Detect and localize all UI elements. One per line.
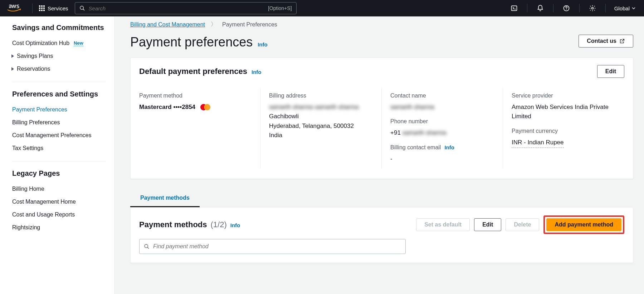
page-title: Payment preferences Info — [130, 35, 268, 50]
chevron-right-icon: 〉 — [211, 21, 216, 28]
billing-email-value: - — [390, 154, 496, 164]
mastercard-icon — [200, 104, 211, 111]
cloudshell-icon[interactable] — [508, 3, 521, 13]
chevron-down-icon — [632, 6, 635, 10]
sidebar: Savings and Commitments Cost Optimizatio… — [0, 16, 114, 294]
contact-name-label: Contact name — [390, 93, 496, 99]
sidebar-item-savings-plans[interactable]: Savings Plans — [12, 50, 106, 63]
breadcrumb-current: Payment Preferences — [222, 21, 277, 28]
help-icon[interactable] — [560, 3, 573, 13]
notifications-icon[interactable] — [534, 3, 547, 13]
global-search[interactable]: [Option+S] — [75, 2, 297, 14]
svg-point-4 — [566, 9, 567, 10]
payment-methods-title: Payment methods (1/2) Info — [139, 220, 240, 229]
sidebar-item-cost-optimization-hub[interactable]: Cost Optimization Hub New — [12, 37, 106, 50]
billing-address-value: samarth sharma samarth sharma Gachibowli… — [269, 103, 374, 140]
aws-logo[interactable] — [6, 3, 33, 13]
billing-email-label: Billing contact email — [390, 144, 441, 151]
edit-default-prefs-button[interactable]: Edit — [597, 65, 624, 78]
service-provider-label: Service provider — [512, 93, 617, 99]
svg-point-5 — [591, 8, 593, 9]
services-grid-icon — [39, 5, 45, 11]
breadcrumb-root[interactable]: Billing and Cost Management — [130, 21, 205, 28]
breadcrumb: Billing and Cost Management 〉 Payment Pr… — [130, 21, 633, 28]
payment-methods-info-link[interactable]: Info — [230, 222, 240, 228]
phone-number-label: Phone number — [390, 118, 496, 125]
main-content: Billing and Cost Management 〉 Payment Pr… — [114, 16, 644, 294]
payment-currency-value: INR - Indian Rupee — [512, 138, 617, 148]
contact-us-button[interactable]: Contact us — [579, 35, 633, 48]
default-prefs-title: Default payment preferences Info — [139, 67, 262, 76]
sidebar-section-savings: Savings and Commitments — [12, 24, 106, 32]
sidebar-item-billing-home[interactable]: Billing Home — [12, 183, 106, 195]
add-pm-highlight: Add payment method — [543, 215, 624, 234]
services-label: Services — [48, 5, 68, 11]
payment-currency-label: Payment currency — [512, 128, 617, 134]
svg-point-0 — [80, 6, 83, 9]
payment-method-search[interactable] — [139, 239, 406, 254]
billing-email-info-link[interactable]: Info — [444, 144, 454, 150]
phone-number-value: +91 samarth sharma — [390, 128, 496, 138]
search-icon — [79, 5, 85, 11]
region-label: Global — [614, 5, 630, 11]
sidebar-item-reservations[interactable]: Reservations — [12, 63, 106, 75]
svg-line-1 — [83, 9, 84, 10]
set-default-button[interactable]: Set as default — [416, 218, 470, 231]
sidebar-item-cost-mgmt-preferences[interactable]: Cost Management Preferences — [12, 129, 106, 142]
payment-method-label: Payment method — [139, 93, 253, 99]
services-menu[interactable]: Services — [39, 5, 68, 11]
external-link-icon — [619, 38, 625, 44]
payment-method-value: Mastercard ••••2854 — [139, 103, 253, 112]
payment-method-search-input[interactable] — [153, 243, 401, 250]
search-icon — [144, 244, 150, 249]
svg-line-7 — [147, 247, 149, 249]
billing-address-label: Billing address — [269, 93, 374, 99]
default-prefs-info-link[interactable]: Info — [252, 69, 262, 75]
service-provider-value: Amazon Web Services India Private Limite… — [512, 103, 617, 121]
contact-name-value: samarth sharma — [390, 103, 496, 112]
svg-point-6 — [145, 244, 148, 248]
sidebar-item-cost-mgmt-home[interactable]: Cost Management Home — [12, 195, 106, 208]
tab-payment-methods[interactable]: Payment methods — [130, 190, 200, 207]
page-info-link[interactable]: Info — [258, 41, 268, 48]
global-search-input[interactable] — [89, 5, 264, 11]
sidebar-item-cost-usage-reports[interactable]: Cost and Usage Reports — [12, 208, 106, 221]
tabs: Payment methods — [130, 190, 633, 207]
region-selector[interactable]: Global — [612, 5, 638, 11]
settings-icon[interactable] — [586, 3, 599, 13]
payment-methods-panel: Payment methods (1/2) Info Set as defaul… — [130, 207, 633, 263]
default-prefs-panel: Default payment preferences Info Edit Pa… — [130, 58, 633, 179]
top-nav: Services [Option+S] Global — [0, 0, 644, 16]
sidebar-item-rightsizing[interactable]: Rightsizing — [12, 221, 106, 234]
edit-pm-button[interactable]: Edit — [474, 218, 501, 231]
sidebar-item-billing-preferences[interactable]: Billing Preferences — [12, 116, 106, 129]
add-payment-method-button[interactable]: Add payment method — [546, 218, 621, 231]
sidebar-section-legacy: Legacy Pages — [12, 169, 106, 178]
sidebar-section-prefs: Preferences and Settings — [12, 90, 106, 98]
payment-methods-count: (1/2) — [211, 220, 227, 229]
search-shortcut-hint: [Option+S] — [268, 5, 292, 11]
new-badge: New — [74, 40, 83, 46]
sidebar-item-payment-preferences[interactable]: Payment Preferences — [12, 103, 106, 116]
sidebar-item-tax-settings[interactable]: Tax Settings — [12, 142, 106, 155]
delete-pm-button[interactable]: Delete — [506, 218, 539, 231]
